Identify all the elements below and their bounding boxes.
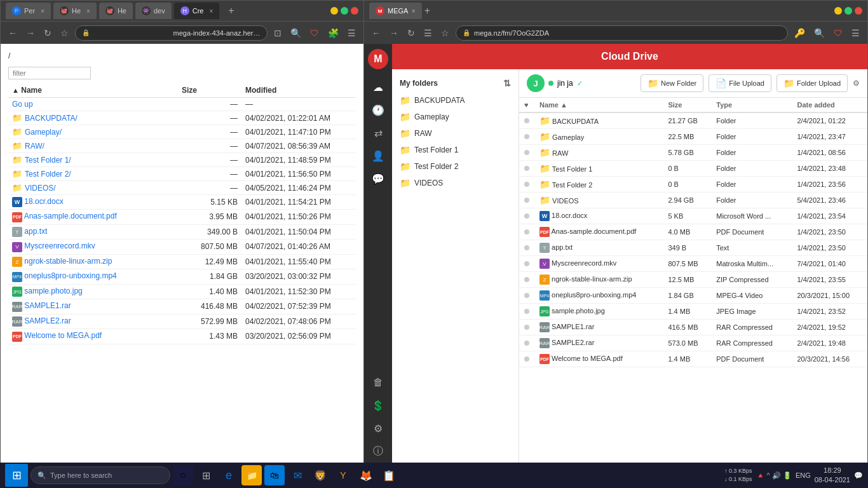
right-forward-button[interactable]: →	[387, 27, 401, 39]
folder-upload-button[interactable]: 📁 Folder Upload	[776, 74, 848, 92]
tab-he1[interactable]: 🐙 He ×	[53, 3, 97, 19]
tab-he1-close[interactable]: ×	[86, 8, 90, 15]
menu-btn[interactable]: ☰	[345, 27, 358, 39]
list-item[interactable]: 📁BACKUPDATA	[392, 92, 519, 109]
table-row[interactable]: 📁VIDEOS/ — 04/05/2021, 11:46:24 PM	[8, 181, 356, 195]
table-row[interactable]: MP4 oneplus8pro-unboxing.mp4 1.84 GB MPE…	[519, 288, 867, 304]
taskbar-edge[interactable]: e	[219, 465, 239, 485]
table-row[interactable]: 📁Test Folder 2/ — 04/01/2021, 11:56:50 P…	[8, 167, 356, 181]
taskbar-yandex[interactable]: Y	[333, 465, 353, 485]
modified-column-header[interactable]: Modified	[241, 83, 356, 98]
fav-cell[interactable]	[519, 304, 534, 320]
fav-cell[interactable]	[519, 224, 534, 240]
left-address-bar[interactable]: 🔒 mega-index-434-anaz.hero...	[75, 25, 268, 41]
taskbar-taskview[interactable]: ⊞	[196, 465, 216, 485]
taskbar-cortana[interactable]: ○	[173, 465, 193, 485]
right-bookmark-button[interactable]: ☆	[438, 27, 452, 39]
right-address-bar[interactable]: 🔒 mega.nz/fm/7OoG2ZDA	[456, 25, 788, 41]
taskbar-mail[interactable]: ✉	[287, 465, 308, 485]
tab-plus[interactable]: +	[222, 3, 240, 19]
table-row[interactable]: JPG sample.photo.jpg 1.40 MB 04/01/2021,…	[8, 284, 356, 299]
sort-icon[interactable]: ⇅	[503, 78, 511, 88]
taskbar-firefox[interactable]: 🦊	[356, 465, 376, 485]
taskbar-search-box[interactable]: 🔍 Type here to search	[31, 466, 170, 484]
table-row[interactable]: PDF Anas-sample.document.pdf 4.0 MB PDF …	[519, 224, 867, 240]
sidebar-chat-icon[interactable]: 💬	[368, 168, 388, 189]
list-item[interactable]: 📁Test Folder 1	[392, 142, 519, 158]
back-button[interactable]: ←	[6, 27, 20, 39]
fav-cell[interactable]	[519, 336, 534, 351]
taskbar-store[interactable]: 🛍	[264, 465, 285, 485]
file-link[interactable]: SAMPLE2.rar	[24, 316, 71, 325]
list-item[interactable]: 📁Test Folder 2	[392, 158, 519, 175]
table-row[interactable]: 📁BACKUPDATA/ — 04/02/2021, 01:22:01 AM	[8, 111, 356, 125]
fav-cell[interactable]	[519, 112, 534, 129]
fav-cell[interactable]	[519, 208, 534, 224]
sidebar-promo-icon[interactable]: 💲	[368, 395, 388, 416]
size-col-header[interactable]: Size	[663, 98, 711, 112]
fav-cell[interactable]	[519, 272, 534, 288]
fav-cell[interactable]	[519, 351, 534, 367]
table-row[interactable]: MP4 oneplus8pro-unboxing.mp4 1.84 GB 03/…	[8, 269, 356, 285]
table-row[interactable]: PDF Welcome to MEGA.pdf 1.43 MB 03/20/20…	[8, 329, 356, 344]
fav-cell[interactable]	[519, 145, 534, 161]
taskbar-files[interactable]: 📁	[241, 465, 262, 485]
file-link[interactable]: Welcome to MEGA.pdf	[24, 331, 102, 340]
taskbar-app2[interactable]: 📋	[379, 465, 399, 485]
sidebar-info-icon[interactable]: ⓘ	[368, 441, 388, 461]
fav-cell[interactable]	[519, 288, 534, 304]
folder-link[interactable]: BACKUPDATA/	[25, 114, 78, 123]
date-col-header[interactable]: Date added	[792, 98, 867, 112]
fav-cell[interactable]	[519, 177, 534, 193]
name-column-header[interactable]: ▲ Name	[8, 83, 178, 98]
table-row[interactable]: Go up — —	[8, 98, 356, 111]
file-link[interactable]: ngrok-stable-linux-arm.zip	[24, 257, 112, 266]
sidebar-transfer-icon[interactable]: ⇄	[368, 123, 388, 143]
right-panel-settings[interactable]: ⚙	[853, 79, 860, 88]
puzzle-btn[interactable]: 🧩	[325, 27, 341, 39]
list-item[interactable]: 📁VIDEOS	[392, 175, 519, 191]
fav-cell[interactable]	[519, 193, 534, 208]
tab-cre-close[interactable]: ×	[209, 8, 213, 15]
right-menu-icon[interactable]: ☰	[421, 27, 435, 39]
table-row[interactable]: Z ngrok-stable-linux-arm.zip 12.49 MB 04…	[8, 254, 356, 269]
bookmark-button[interactable]: ☆	[58, 27, 71, 39]
tab-per-close[interactable]: ×	[41, 8, 44, 15]
tab-cre[interactable]: H Cre ×	[174, 3, 220, 19]
file-link[interactable]: sample.photo.jpg	[24, 287, 82, 295]
file-link[interactable]: app.txt	[24, 227, 47, 236]
file-link[interactable]: Myscreenrecord.mkv	[24, 241, 95, 250]
name-col-header[interactable]: Name ▲	[534, 98, 663, 112]
table-row[interactable]: 📁 Test Folder 2 0 B Folder 1/4/2021, 23:…	[519, 177, 867, 193]
tab-dev1[interactable]: 👾 dev	[135, 3, 172, 19]
go-up-link[interactable]: Go up	[12, 100, 33, 109]
tab-he2[interactable]: 🐙 He	[99, 3, 133, 19]
sidebar-cloud-icon[interactable]: ☁	[368, 77, 388, 97]
mega-tab[interactable]: M MEGA ×	[369, 3, 422, 19]
search-btn[interactable]: 🔍	[288, 27, 304, 39]
table-row[interactable]: W 18.ocr.docx 5 KB Microsoft Word ... 1/…	[519, 208, 867, 224]
folder-link[interactable]: RAW/	[25, 142, 44, 151]
right-shield-button[interactable]: 🛡	[831, 27, 845, 39]
folder-link[interactable]: Gameplay/	[25, 128, 62, 137]
left-minimize[interactable]: −	[330, 7, 338, 15]
start-button[interactable]: ⊞	[5, 464, 28, 487]
notification-icon[interactable]: 💬	[854, 471, 863, 480]
shield-btn[interactable]: 🛡	[308, 27, 322, 39]
sidebar-trash-icon[interactable]: 🗑	[368, 372, 388, 393]
table-row[interactable]: V Myscreenrecord.mkv 807.50 MB 04/07/202…	[8, 240, 356, 255]
list-item[interactable]: 📁Gameplay	[392, 109, 519, 125]
reload-button[interactable]: ↻	[41, 27, 54, 39]
fav-cell[interactable]	[519, 240, 534, 256]
fav-cell[interactable]	[519, 161, 534, 177]
left-close[interactable]: ×	[351, 7, 358, 15]
folder-link[interactable]: VIDEOS/	[25, 184, 56, 193]
list-item[interactable]: 📁RAW	[392, 125, 519, 142]
forward-button[interactable]: →	[24, 27, 37, 39]
right-key-button[interactable]: 🔑	[792, 27, 808, 39]
table-row[interactable]: 📁 BACKUPDATA 21.27 GB Folder 2/4/2021, 0…	[519, 112, 867, 129]
fav-cell[interactable]	[519, 256, 534, 272]
mega-tab-close[interactable]: ×	[411, 7, 415, 15]
table-row[interactable]: RAR SAMPLE2.rar 573.0 MB RAR Compressed …	[519, 336, 867, 351]
table-row[interactable]: V Myscreenrecord.mkv 807.5 MB Matroska M…	[519, 256, 867, 272]
